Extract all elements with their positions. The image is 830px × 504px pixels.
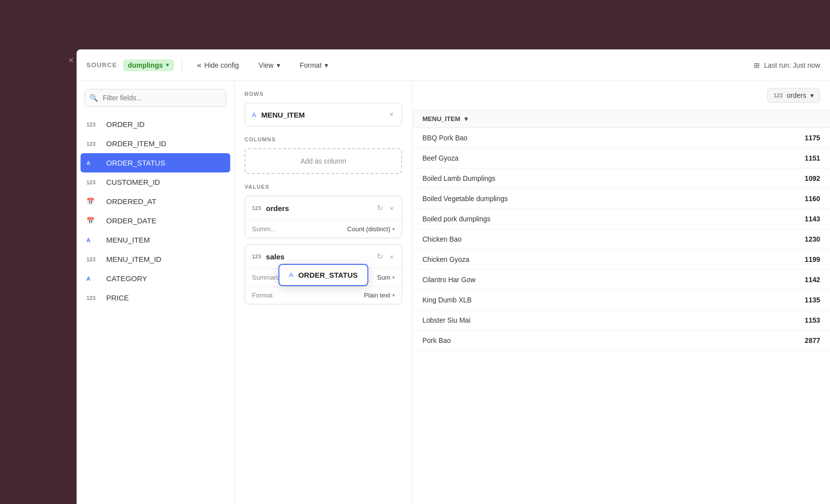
rows-field-type-icon: A bbox=[252, 111, 256, 119]
field-item-menu_item_id[interactable]: 123MENU_ITEM_ID bbox=[77, 250, 234, 269]
table-row: King Dumb XLB 1135 bbox=[413, 290, 830, 310]
field-item-category[interactable]: ACATEGORY bbox=[77, 269, 234, 288]
cell-value: 1143 bbox=[771, 209, 830, 229]
field-name-label: ORDER_ID bbox=[106, 120, 145, 128]
field-name-label: ORDER_STATUS bbox=[106, 159, 165, 167]
cell-item: Boiled Lamb Dumplings bbox=[413, 168, 771, 188]
plain-text-select[interactable]: Plain text ▾ bbox=[364, 292, 395, 299]
orders-badge-chevron-icon: ▾ bbox=[810, 91, 814, 99]
cell-value: 1160 bbox=[771, 189, 830, 209]
cell-value: 1199 bbox=[771, 250, 830, 269]
value-sales-refresh-button[interactable]: ↻ bbox=[376, 251, 384, 262]
data-header: 123 orders ▾ bbox=[413, 81, 830, 110]
rows-field-remove-button[interactable]: × bbox=[388, 109, 395, 120]
column-header-chevron-icon: ▾ bbox=[464, 115, 468, 123]
value-sales-type-icon: 123 bbox=[252, 253, 261, 259]
content-area: 🔍 123ORDER_ID123ORDER_ITEM_IDAORDER_STAT… bbox=[77, 81, 830, 504]
value-sales-label: sales bbox=[266, 252, 371, 261]
search-icon: 🔍 bbox=[89, 94, 98, 102]
source-name: dumplings bbox=[128, 61, 163, 69]
cell-value: 1230 bbox=[771, 229, 830, 249]
table-row: Boiled Lamb Dumplings 1092 bbox=[413, 168, 830, 189]
table-row: Cilantro Har Gow 1142 bbox=[413, 270, 830, 290]
source-label: SOURCE bbox=[86, 61, 117, 69]
cell-item: Chicken Gyoza bbox=[413, 250, 771, 269]
cell-item: BBQ Pork Bao bbox=[413, 128, 771, 148]
column-header-label: MENU_ITEM bbox=[422, 115, 460, 123]
field-type-badge: 123 bbox=[86, 256, 100, 262]
field-item-customer_id[interactable]: 123CUSTOMER_ID bbox=[77, 172, 234, 192]
field-item-order_item_id[interactable]: 123ORDER_ITEM_ID bbox=[77, 134, 234, 153]
plain-text-chevron-icon: ▾ bbox=[392, 293, 395, 298]
field-item-ordered_at[interactable]: 📅ORDERED_AT bbox=[77, 192, 234, 211]
add-column-area[interactable]: Add as column bbox=[245, 148, 402, 174]
field-item-price[interactable]: 123PRICE bbox=[77, 288, 234, 307]
field-name-label: ORDERED_AT bbox=[106, 197, 156, 206]
hide-config-button[interactable]: « Hide config bbox=[190, 58, 246, 73]
cell-value: 1153 bbox=[771, 310, 830, 330]
value-orders-remove-button[interactable]: × bbox=[388, 203, 395, 213]
sidebar: 🔍 123ORDER_ID123ORDER_ITEM_IDAORDER_STAT… bbox=[77, 81, 235, 504]
table-row: Chicken Gyoza 1199 bbox=[413, 250, 830, 270]
search-input[interactable] bbox=[84, 89, 226, 107]
cell-item: Boiled Vegetable dumplings bbox=[413, 189, 771, 209]
cell-value: 1142 bbox=[771, 270, 830, 290]
table-row: Chicken Bao 1230 bbox=[413, 229, 830, 250]
value-orders-label: orders bbox=[266, 204, 371, 212]
field-type-badge: 123 bbox=[86, 122, 100, 127]
summarize-label: Summ... bbox=[252, 225, 296, 233]
view-button[interactable]: View ▾ bbox=[252, 58, 287, 72]
field-name-label: CUSTOMER_ID bbox=[106, 178, 160, 186]
data-table: BBQ Pork Bao 1175 Beef Gyoza 1151 Boiled… bbox=[413, 128, 830, 504]
cell-item: Lobster Siu Mai bbox=[413, 310, 771, 330]
cell-item: King Dumb XLB bbox=[413, 290, 771, 310]
field-name-label: CATEGORY bbox=[106, 274, 147, 283]
data-column-header: MENU_ITEM ▾ bbox=[413, 110, 830, 128]
source-badge[interactable]: dumplings ▾ bbox=[123, 59, 174, 71]
hide-config-icon: « bbox=[197, 61, 202, 70]
field-item-order_status[interactable]: AORDER_STATUS bbox=[81, 153, 230, 172]
field-name-label: PRICE bbox=[106, 294, 129, 302]
field-item-order_date[interactable]: 📅ORDER_DATE bbox=[77, 211, 234, 230]
cell-item: Boiled pork dumplings bbox=[413, 209, 771, 229]
config-panel: ROWS A MENU_ITEM × COLUMNS Add as column… bbox=[235, 81, 413, 504]
columns-section-label: COLUMNS bbox=[245, 136, 402, 142]
cell-item: Pork Bao bbox=[413, 331, 771, 350]
orders-count-badge[interactable]: 123 orders ▾ bbox=[767, 88, 820, 103]
cell-item: Beef Gyoza bbox=[413, 148, 771, 168]
source-chevron-icon: ▾ bbox=[166, 62, 169, 68]
count-distinct-chevron-icon: ▾ bbox=[392, 226, 395, 232]
columns-section: COLUMNS Add as column bbox=[245, 136, 402, 174]
table-row: Boiled Vegetable dumplings 1160 bbox=[413, 189, 830, 209]
field-item-menu_item[interactable]: AMENU_ITEM bbox=[77, 230, 234, 250]
close-button[interactable]: × bbox=[64, 53, 78, 67]
values-section: VALUES 123 orders ↻ × Summ... C bbox=[245, 184, 402, 304]
count-icon: 123 bbox=[774, 92, 783, 98]
field-name-label: ORDER_ITEM_ID bbox=[106, 139, 166, 148]
field-type-badge: 123 bbox=[86, 295, 100, 301]
format-button[interactable]: Format ▾ bbox=[293, 58, 335, 72]
value-orders-refresh-button[interactable]: ↻ bbox=[376, 203, 384, 213]
field-type-badge: A bbox=[86, 276, 100, 282]
cell-value: 1092 bbox=[771, 168, 830, 188]
table-row: Boiled pork dumplings 1143 bbox=[413, 209, 830, 229]
field-name-label: MENU_ITEM_ID bbox=[106, 255, 162, 263]
calendar-icon: 📅 bbox=[86, 217, 100, 224]
format-label: Format: bbox=[252, 292, 296, 299]
value-sales-remove-button[interactable]: × bbox=[388, 251, 395, 262]
rows-field-label: MENU_ITEM bbox=[261, 111, 383, 119]
drag-item-type-icon: A bbox=[289, 271, 293, 279]
view-chevron-icon: ▾ bbox=[277, 61, 280, 69]
field-list: 123ORDER_ID123ORDER_ITEM_IDAORDER_STATUS… bbox=[77, 115, 234, 504]
calendar-icon: 📅 bbox=[86, 198, 100, 205]
search-box: 🔍 bbox=[84, 89, 226, 107]
cell-value: 1175 bbox=[771, 128, 830, 148]
field-name-label: ORDER_DATE bbox=[106, 216, 156, 225]
cell-value: 1135 bbox=[771, 290, 830, 310]
sum-select[interactable]: Sum ▾ bbox=[377, 274, 395, 281]
field-item-order_id[interactable]: 123ORDER_ID bbox=[77, 115, 234, 134]
field-type-badge: A bbox=[86, 237, 100, 243]
drag-overlay[interactable]: A ORDER_STATUS bbox=[278, 264, 369, 286]
orders-count-label: orders bbox=[787, 91, 806, 99]
count-distinct-select[interactable]: Count (distinct) ▾ bbox=[347, 225, 395, 233]
